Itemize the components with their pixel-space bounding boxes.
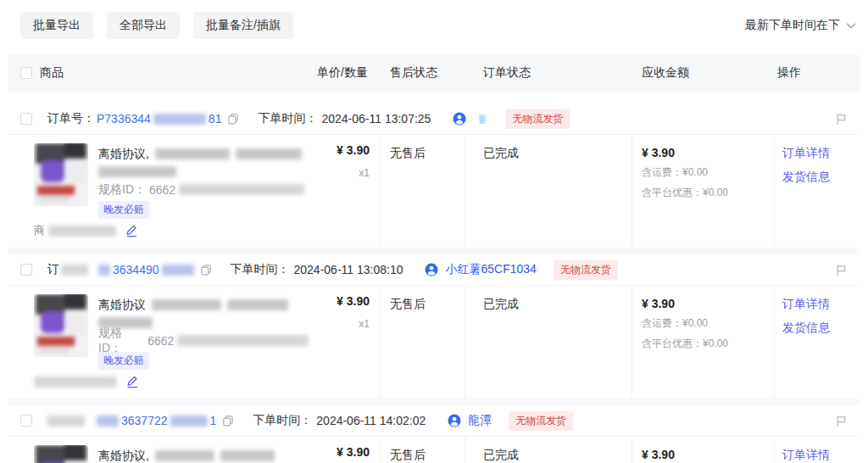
sort-control[interactable]: 最新下单时间在下 [745, 18, 860, 33]
product-title: 离婚协议, [98, 449, 149, 463]
toolbar: 批量导出 全部导出 批量备注/插旗 最新下单时间在下 [8, 12, 860, 39]
col-header-aftersale: 售后状态 [380, 65, 465, 81]
redacted-title [155, 148, 230, 159]
note-row: 商 [8, 214, 860, 248]
user-icon[interactable] [448, 414, 461, 427]
copy-icon[interactable] [227, 113, 239, 125]
logistics-badge: 无物流发货 [505, 109, 570, 129]
late-ship-tag: 晚发必赔 [98, 201, 149, 219]
buyer-name[interactable]: 龍潭 [468, 413, 492, 428]
order-time-label: 下单时间： [253, 413, 312, 428]
sort-label: 最新下单时间在下 [745, 18, 840, 33]
redacted-title [152, 299, 221, 310]
quantity: x1 [309, 318, 370, 330]
order-no-link[interactable]: 3637722 1 [97, 414, 216, 427]
order-detail-link[interactable]: 订单详情 [782, 146, 860, 161]
note-prefix: 商 [34, 223, 45, 238]
redacted-note [48, 226, 116, 237]
redacted-spec-id [179, 184, 304, 195]
copy-icon[interactable] [222, 415, 234, 427]
order-no-mid: 3637722 [121, 414, 168, 427]
shipping-info-link[interactable]: 发货信息 [782, 170, 860, 185]
col-header-status: 订单状态 [465, 65, 632, 81]
freight-included: 含运费：¥0.00 [642, 316, 774, 331]
order-time-label: 下单时间： [231, 262, 290, 277]
col-header-actions: 操作 [774, 65, 860, 81]
unit-price: ¥ 3.90 [309, 445, 370, 459]
spec-id-prefix: 6662 [147, 334, 174, 348]
chevron-down-icon [846, 23, 856, 29]
order-checkbox[interactable] [20, 264, 32, 276]
order-checkbox[interactable] [20, 113, 32, 125]
freight-included: 含运费：¥0.00 [642, 165, 774, 180]
redacted-order-no [97, 416, 119, 427]
product-title: 离婚协议 [98, 298, 146, 313]
order-checkbox[interactable] [20, 415, 32, 427]
order-header: 3637722 1 下单时间： 2024-06-11 14:02:02 龍潭 无… [8, 405, 860, 436]
batch-export-button[interactable]: 批量导出 [20, 12, 93, 39]
select-all-checkbox[interactable] [20, 67, 32, 79]
edit-note-icon[interactable] [125, 224, 139, 237]
order-detail-link[interactable]: 订单详情 [782, 297, 860, 312]
order-no-link[interactable]: P7336344 81 [97, 112, 221, 126]
user-icon[interactable] [453, 112, 466, 126]
copy-icon[interactable] [200, 264, 212, 276]
order-time-value: 2024-06-11 13:07:25 [321, 112, 431, 126]
logistics-badge: 无物流发货 [509, 411, 573, 431]
platform-discount-included: 含平台优惠：¥0.00 [642, 186, 774, 200]
user-icon[interactable] [425, 263, 438, 276]
order-group: 3637722 1 下单时间： 2024-06-11 14:02:02 龍潭 无… [8, 405, 860, 463]
product-title: 离婚协议, [98, 147, 149, 162]
col-header-amount: 应收金额 [632, 65, 774, 81]
col-header-price-qty: 单价/数量 [317, 65, 380, 81]
redacted-title [236, 148, 302, 159]
redacted-label [61, 265, 88, 276]
redacted-title [155, 450, 214, 461]
order-no-label: 订单号： [47, 111, 95, 126]
order-no-prefix: P7336344 [97, 112, 151, 126]
order-group: 订单号： P7336344 81 下单时间： 2024-06-11 13:07:… [8, 103, 860, 248]
redacted-order-no [153, 114, 206, 125]
redacted-note [34, 377, 117, 388]
export-all-button[interactable]: 全部导出 [107, 12, 180, 39]
order-detail-link[interactable]: 订单详情 [782, 448, 860, 463]
flag-icon[interactable] [835, 113, 848, 126]
redacted-spec-id [177, 335, 309, 346]
order-body: 离婚协议 规格ID：6662 晚发必赔 ¥ 3.90 x1 [8, 285, 860, 399]
orders-page: 批量导出 全部导出 批量备注/插旗 最新下单时间在下 商品 单价/数量 售后状态… [8, 12, 860, 463]
platform-discount-included: 含平台优惠：¥0.00 [642, 337, 774, 351]
product-row: 离婚协议 规格ID：6662 晚发必赔 ¥ 3.90 x1 [8, 286, 860, 365]
aftersale-status: 无售后 [380, 445, 465, 463]
order-group: 订 3634490 下单时间： 2024-06-11 13:08:10 小红薯6… [8, 254, 860, 399]
buyer-name[interactable]: 小红薯65CF1034 [445, 262, 536, 277]
unit-price: ¥ 3.90 [309, 294, 370, 308]
flag-icon[interactable] [835, 264, 848, 276]
order-body: 离婚协议, ¥ 3.90 无售后 已完成 ¥ 3.90 订单详情 [8, 436, 860, 463]
receivable-amount: ¥ 3.90 [642, 146, 774, 159]
aftersale-status: 无售后 [380, 294, 465, 370]
flag-icon[interactable] [835, 415, 848, 427]
late-ship-tag: 晚发必赔 [98, 352, 149, 370]
order-no-mid: 3634490 [113, 263, 159, 276]
order-no-link[interactable]: 3634490 [98, 263, 194, 276]
group-separator [8, 248, 860, 254]
order-body: 离婚协议, 规格ID：6662 晚发必赔 ¥ 3.90 x1 [8, 134, 860, 248]
order-status: 已完成 [465, 445, 632, 463]
product-thumbnail [34, 445, 88, 463]
batch-note-flag-button[interactable]: 批量备注/插旗 [193, 12, 293, 39]
table-header: 商品 单价/数量 售后状态 订单状态 应收金额 操作 [8, 54, 860, 92]
redacted-title [220, 450, 275, 461]
shipping-info-link[interactable]: 发货信息 [782, 321, 860, 336]
logistics-badge: 无物流发货 [554, 260, 618, 280]
order-no-suffix: 1 [210, 414, 217, 427]
order-status: 已完成 [465, 294, 632, 370]
redacted-title [98, 166, 176, 177]
product-thumbnail [34, 143, 88, 206]
order-no-suffix: 81 [209, 112, 222, 126]
product-thumbnail [34, 294, 88, 357]
unit-price: ¥ 3.90 [309, 143, 370, 157]
order-time-value: 2024-06-11 14:02:02 [316, 414, 426, 427]
order-header: 订单号： P7336344 81 下单时间： 2024-06-11 13:07:… [8, 103, 860, 134]
edit-note-icon[interactable] [125, 375, 140, 388]
cup-icon[interactable] [476, 112, 488, 126]
